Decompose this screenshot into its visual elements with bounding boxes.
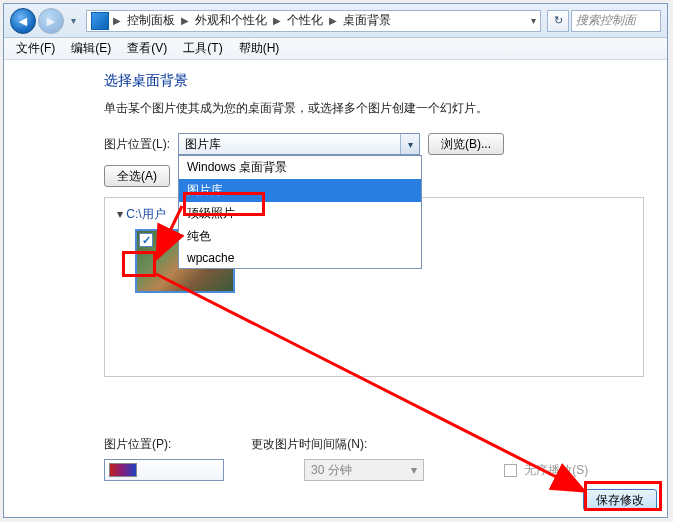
content-area: 选择桌面背景 单击某个图片使其成为您的桌面背景，或选择多个图片创建一个幻灯片。 … [4, 60, 667, 377]
navigation-bar: ◄ ► ▾ ▶ 控制面板 ▶ 外观和个性化 ▶ 个性化 ▶ 桌面背景 ▾ ↻ 搜… [4, 4, 667, 38]
tree-root-label: C:\用户 [126, 207, 165, 221]
dropdown-option[interactable]: 顶级照片 [179, 202, 421, 225]
breadcrumb-appearance[interactable]: 外观和个性化 [193, 11, 269, 30]
browse-button[interactable]: 浏览(B)... [428, 133, 504, 155]
menu-file[interactable]: 文件(F) [8, 38, 63, 59]
chevron-down-icon: ▾ [411, 463, 417, 477]
save-changes-button[interactable]: 保存修改 [583, 489, 657, 511]
breadcrumb-personalization[interactable]: 个性化 [285, 11, 325, 30]
window-frame: ◄ ► ▾ ▶ 控制面板 ▶ 外观和个性化 ▶ 个性化 ▶ 桌面背景 ▾ ↻ 搜… [3, 3, 668, 518]
page-title: 选择桌面背景 [104, 72, 651, 90]
chevron-right-icon: ▶ [113, 15, 121, 26]
menu-view[interactable]: 查看(V) [119, 38, 175, 59]
interval-dropdown[interactable]: 30 分钟 ▾ [304, 459, 424, 481]
menu-edit[interactable]: 编辑(E) [63, 38, 119, 59]
location-dropdown-list: Windows 桌面背景 图片库 顶级照片 纯色 wpcache [178, 155, 422, 269]
breadcrumb-bar: ▶ 控制面板 ▶ 外观和个性化 ▶ 个性化 ▶ 桌面背景 ▾ [86, 10, 541, 32]
chevron-right-icon: ▶ [181, 15, 189, 26]
menu-bar: 文件(F) 编辑(E) 查看(V) 工具(T) 帮助(H) [4, 38, 667, 60]
select-all-button[interactable]: 全选(A) [104, 165, 170, 187]
location-row: 图片位置(L): 图片库 Windows 桌面背景 图片库 顶级照片 纯色 wp… [104, 133, 651, 155]
location-label: 图片位置(L): [104, 136, 170, 153]
chevron-right-icon: ▶ [329, 15, 337, 26]
breadcrumb-control-panel[interactable]: 控制面板 [125, 11, 177, 30]
dropdown-option-selected[interactable]: 图片库 [179, 179, 421, 202]
dropdown-option[interactable]: Windows 桌面背景 [179, 156, 421, 179]
shuffle-label: 无序播放(S) [524, 463, 588, 477]
shuffle-checkbox-group[interactable]: 无序播放(S) [504, 462, 588, 479]
refresh-button[interactable]: ↻ [547, 10, 569, 32]
page-subtitle: 单击某个图片使其成为您的桌面背景，或选择多个图片创建一个幻灯片。 [104, 100, 651, 117]
dropdown-option[interactable]: 纯色 [179, 225, 421, 248]
address-dropdown-icon[interactable]: ▾ [531, 15, 536, 26]
interval-value: 30 分钟 [311, 462, 352, 479]
footer-area: 图片位置(P): 更改图片时间间隔(N): 30 分钟 ▾ 无序播放(S) [4, 436, 667, 481]
chevron-right-icon: ▶ [273, 15, 281, 26]
breadcrumb-desktop-bg[interactable]: 桌面背景 [341, 11, 393, 30]
dropdown-option[interactable]: wpcache [179, 248, 421, 268]
position-label: 图片位置(P): [104, 436, 171, 453]
thumbnail-checkbox[interactable]: ✓ [139, 233, 153, 247]
position-dropdown[interactable] [104, 459, 224, 481]
save-area: 保存修改 [583, 489, 657, 511]
forward-button[interactable]: ► [38, 8, 64, 34]
search-input[interactable]: 搜索控制面 [571, 10, 661, 32]
menu-tools[interactable]: 工具(T) [175, 38, 230, 59]
interval-label: 更改图片时间间隔(N): [251, 436, 367, 453]
position-preview-icon [109, 463, 137, 477]
history-dropdown-icon[interactable]: ▾ [66, 11, 80, 31]
control-panel-icon [91, 12, 109, 30]
shuffle-checkbox[interactable] [504, 464, 517, 477]
location-combobox-value: 图片库 [185, 136, 221, 153]
tree-caret-icon: ▾ [117, 207, 123, 221]
menu-help[interactable]: 帮助(H) [231, 38, 288, 59]
location-combobox[interactable]: 图片库 Windows 桌面背景 图片库 顶级照片 纯色 wpcache [178, 133, 420, 155]
back-button[interactable]: ◄ [10, 8, 36, 34]
